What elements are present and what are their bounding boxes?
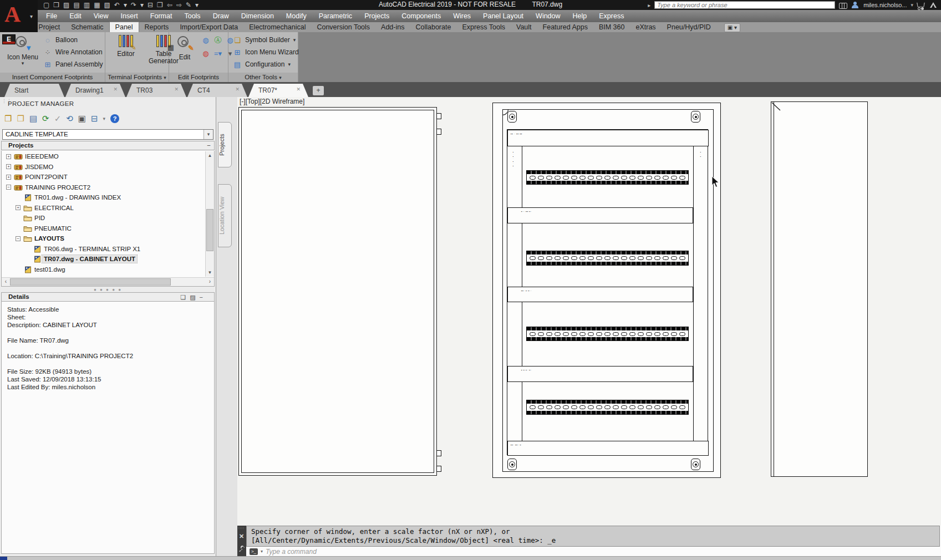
close-command-icon[interactable]: ✕ <box>239 533 244 540</box>
panel-title-insert-component-footprints[interactable]: Insert Component Footprints <box>0 73 105 82</box>
close-tab-icon[interactable]: ✕ <box>235 86 240 92</box>
panel-assembly-button[interactable]: ⊞Panel Assembly <box>43 58 103 70</box>
ribbon-tab-import-export-data[interactable]: Import/Export Data <box>174 22 243 32</box>
ribbon-tab-extras[interactable]: eXtras <box>630 22 661 32</box>
menu-components[interactable]: Components <box>395 10 447 22</box>
ribbon-tab-collaborate[interactable]: Collaborate <box>410 22 456 32</box>
autocad-logo[interactable]: A <box>4 1 21 27</box>
tree-item-ieeedemo[interactable]: +IEEEDEMO <box>2 151 205 162</box>
menu-express[interactable]: Express <box>593 10 630 22</box>
close-tab-icon[interactable]: ✕ <box>174 86 179 92</box>
projects-section-header[interactable]: Projects − <box>1 141 215 150</box>
menu-draw[interactable]: Draw <box>207 10 235 22</box>
ribbon-tab-electromechanical[interactable]: Electromechanical <box>243 22 311 32</box>
tree-horizontal-scrollbar[interactable]: ‹ › <box>2 277 214 286</box>
icon-menu-wizard-button[interactable]: ⊞Icon Menu Wizard <box>233 46 299 58</box>
pm-splitter[interactable]: ● ● ● ● ● <box>0 288 216 292</box>
command-input-placeholder[interactable]: Type a command <box>266 548 317 556</box>
ribbon-tab-schematic[interactable]: Schematic <box>65 22 109 32</box>
expand-icon[interactable]: + <box>6 175 11 180</box>
ribbon-tab-panel[interactable]: Panel <box>109 22 139 32</box>
tree-item-electrical[interactable]: +ELECTRICAL <box>2 203 205 213</box>
close-tab-icon[interactable]: ✕ <box>113 86 118 92</box>
vertical-scroll-thumb[interactable] <box>206 209 213 251</box>
wire-annotation-button[interactable]: ⁘Wire Annotation <box>43 46 103 58</box>
footprint-copy-icon[interactable]: ◍ <box>200 35 211 47</box>
binoculars-icon[interactable] <box>839 2 847 9</box>
collapse-icon[interactable]: − <box>16 236 21 241</box>
palette-tab-location-view[interactable]: Location View <box>218 184 232 247</box>
customize-wrench-icon[interactable] <box>238 546 245 552</box>
new-tab-button[interactable]: + <box>313 86 324 95</box>
search-input[interactable] <box>654 1 835 9</box>
menu-edit[interactable]: Edit <box>63 10 88 22</box>
signed-in-user[interactable]: miles.nicholso... <box>863 2 907 8</box>
ribbon-tab-add-ins[interactable]: Add-ins <box>375 22 410 32</box>
tree-item-training-project2[interactable]: −TRAINING PROJECT2 <box>2 182 205 193</box>
expand-icon[interactable]: + <box>16 205 21 210</box>
user-caret-icon[interactable]: ▾ <box>911 2 913 8</box>
autodesk-icon[interactable] <box>929 2 938 9</box>
panel-title-other-tools[interactable]: Other Tools ▾ <box>228 73 298 82</box>
expand-icon[interactable]: + <box>6 164 11 169</box>
symbol-builder-button[interactable]: ❏Symbol Builder▾ <box>233 34 299 46</box>
help-icon[interactable]: ? <box>110 114 119 123</box>
menu-dimension[interactable]: Dimension <box>235 10 280 22</box>
refresh-icon[interactable]: ⟳ <box>42 113 49 124</box>
details-section-header[interactable]: Details ❏▨− <box>1 292 215 302</box>
palette-tab-projects[interactable]: Projects <box>218 122 232 167</box>
scroll-down-icon[interactable]: ▼ <box>206 268 214 277</box>
detail-report-icon[interactable]: ❏ <box>180 293 186 302</box>
tree-item-tr06-dwg-terminal-strip-x1[interactable]: TR06.dwg - TERMINAL STRIP X1 <box>2 244 205 254</box>
command-history[interactable]: Specify corner of window, enter a scale … <box>246 526 940 547</box>
menu-help[interactable]: Help <box>567 10 593 22</box>
project-drawing-list-icon[interactable]: ▤ <box>29 113 37 124</box>
combo-dropdown-icon[interactable]: ▾ <box>204 130 213 139</box>
ribbon-collapse-button[interactable]: ▣ ▾ <box>724 23 740 32</box>
command-grip[interactable]: ∷∷ <box>238 526 245 531</box>
ribbon-tab-vault[interactable]: Vault <box>511 22 537 32</box>
expand-icon[interactable]: + <box>6 154 11 159</box>
tree-vertical-scrollbar[interactable]: ▲ ▼ <box>205 151 214 277</box>
ribbon-tab-bim-360[interactable]: BIM 360 <box>593 22 630 32</box>
menu-wires[interactable]: Wires <box>447 10 477 22</box>
command-caret-icon[interactable]: ▾ <box>261 549 263 554</box>
toolbar-dropdown-icon[interactable]: ▾ <box>103 113 106 124</box>
template-selector[interactable]: CADLINE TEMPLATE ▾ <box>2 129 213 140</box>
scroll-up-icon[interactable]: ▲ <box>206 151 214 160</box>
ribbon-tab-express-tools[interactable]: Express Tools <box>456 22 511 32</box>
menu-insert[interactable]: Insert <box>115 10 144 22</box>
tree-item-tr07-dwg-cabinet-layout[interactable]: TR07.dwg - CABINET LAYOUT <box>2 254 205 264</box>
tree-item-jisdemo[interactable]: +JISDEMO <box>2 162 205 172</box>
tree-item-pneumatic[interactable]: PNEUMATIC <box>2 223 205 234</box>
menu-window[interactable]: Window <box>530 10 566 22</box>
footprint-auto-icon[interactable]: Ⓐ <box>212 35 223 47</box>
file-tab-tr07[interactable]: TR07*✕ <box>248 84 308 97</box>
tree-item-partial[interactable] <box>2 274 205 277</box>
projects-collapse-icon[interactable]: − <box>207 141 211 150</box>
collapse-icon[interactable]: − <box>6 185 11 190</box>
menu-view[interactable]: View <box>88 10 115 22</box>
ribbon-tab-reports[interactable]: Reports <box>139 22 175 32</box>
configuration-button[interactable]: ▤Configuration▾ <box>233 58 299 70</box>
menu-file[interactable]: File <box>40 10 63 22</box>
menu-tools[interactable]: Tools <box>178 10 206 22</box>
horizontal-scroll-thumb[interactable] <box>10 278 171 286</box>
panel-title-edit-footprints[interactable]: Edit Footprints <box>169 73 228 82</box>
ribbon-tab-pneu-hyd-pid[interactable]: Pneu/Hyd/PID <box>662 22 716 32</box>
drawing-preview-icon[interactable]: ▣ <box>78 113 86 124</box>
menu-parametric[interactable]: Parametric <box>313 10 358 22</box>
logo-caret-icon[interactable]: ▾ <box>30 13 33 19</box>
viewport-controls[interactable]: [-][Top][2D Wireframe] <box>240 98 304 105</box>
file-tab-drawing1[interactable]: Drawing1✕ <box>65 84 125 97</box>
update-retag-icon[interactable]: ⟲ <box>66 113 73 124</box>
menu-panel-layout[interactable]: Panel Layout <box>477 10 530 22</box>
ribbon-tab-conversion-tools[interactable]: Conversion Tools <box>311 22 375 32</box>
file-tab-ct4[interactable]: CT4✕ <box>187 84 247 97</box>
search-arrow-icon[interactable]: ▸ <box>648 2 650 8</box>
open-project-icon[interactable]: ❒ <box>4 113 12 124</box>
command-prompt-icon[interactable]: >_ <box>250 548 258 555</box>
menu-format[interactable]: Format <box>144 10 179 22</box>
edit-footprint-button[interactable]: ✎ Edit <box>172 34 197 71</box>
menu-modify[interactable]: Modify <box>280 10 313 22</box>
